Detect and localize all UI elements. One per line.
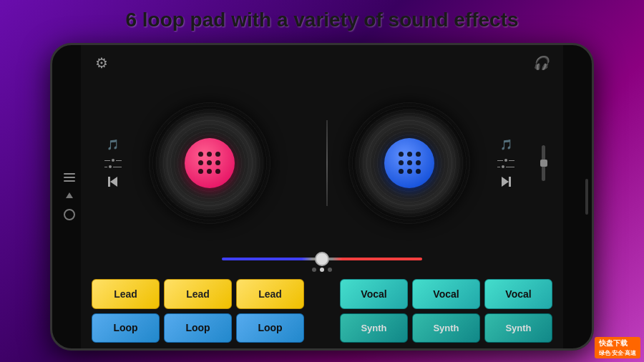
nav-up-icon[interactable] (66, 192, 73, 198)
turntable-right[interactable] (348, 102, 470, 224)
turntables-section: 🎵 (81, 81, 563, 245)
page-title: 6 loop pad with a variety of sound effec… (0, 9, 644, 31)
eq-left-icon[interactable] (104, 159, 122, 168)
indicator-dot (328, 268, 332, 272)
pad-vocal-2[interactable]: Vocal (412, 279, 480, 309)
dj-logo-icon: 🎧 (533, 55, 549, 71)
pad-synth-1[interactable]: Synth (340, 313, 408, 343)
pad-vocal-1[interactable]: Vocal (340, 279, 408, 309)
turntable-left[interactable] (149, 102, 270, 224)
pad-synth-2[interactable]: Synth (412, 313, 480, 343)
pad-lead-1[interactable]: Lead (92, 279, 160, 309)
menu-lines-icon[interactable] (64, 173, 75, 182)
phone-frame: ⚙ 🎧 🎵 (50, 43, 594, 351)
watermark: 快盘下载 绿色·安全·高速 (595, 337, 640, 358)
pads-section: Lead Lead Lead Loop Loop Loop Vocal Voca… (81, 273, 563, 348)
pad-loop-1[interactable]: Loop (92, 313, 160, 343)
pads-left: Lead Lead Lead Loop Loop Loop (92, 279, 304, 343)
indicator-dot-active (320, 268, 324, 272)
crossfader-track[interactable] (222, 258, 422, 260)
settings-icon[interactable]: ⚙ (95, 54, 108, 72)
phone-screen: ⚙ 🎧 🎵 (81, 45, 563, 348)
add-track-right-icon[interactable]: 🎵 (500, 139, 512, 150)
home-button-icon[interactable] (64, 209, 75, 220)
crossfader-section (81, 245, 563, 273)
top-controls: ⚙ 🎧 (81, 45, 563, 81)
pads-right: Vocal Vocal Vocal Synth Synth Synth (340, 279, 552, 343)
center-pad-right[interactable] (384, 138, 434, 188)
volume-slider-right[interactable] (542, 145, 545, 181)
title-bar: 6 loop pad with a variety of sound effec… (0, 0, 644, 37)
pad-lead-3[interactable]: Lead (236, 279, 304, 309)
phone-left-nav (58, 45, 81, 348)
crossfader-handle[interactable] (315, 252, 329, 266)
pad-loop-2[interactable]: Loop (164, 313, 232, 343)
center-pad-left[interactable] (185, 138, 235, 188)
skip-forward-right-button[interactable] (502, 177, 511, 187)
pad-vocal-3[interactable]: Vocal (484, 279, 552, 309)
add-track-left-icon[interactable]: 🎵 (107, 139, 119, 150)
pad-synth-3[interactable]: Synth (484, 313, 552, 343)
pad-lead-2[interactable]: Lead (164, 279, 232, 309)
pad-loop-3[interactable]: Loop (236, 313, 304, 343)
skip-back-left-button[interactable] (108, 177, 117, 187)
eq-right-icon[interactable] (497, 159, 514, 168)
volume-physical-button[interactable] (585, 179, 588, 215)
indicator-dot (312, 268, 316, 272)
